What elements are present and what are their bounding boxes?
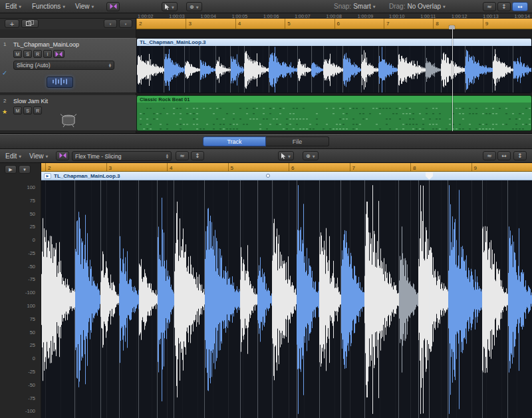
tab-track[interactable]: Track (203, 136, 266, 146)
pointer-tool-selector[interactable]: ▼ (278, 151, 294, 160)
track-r-button[interactable]: R (33, 50, 42, 58)
flex-view-button[interactable]: ↔ (512, 2, 528, 11)
ruler-row: + ▾ ▾ 23456789 (0, 19, 532, 29)
add-track-button[interactable]: + (5, 19, 19, 28)
ruler-bar-3[interactable]: 3 (106, 163, 168, 171)
chevron-down-icon: ▼ (63, 4, 65, 9)
track-flex-button[interactable] (53, 50, 65, 58)
vertical-zoom-icon: ↕ (517, 152, 523, 159)
ruler-bar-9[interactable]: 9 (483, 19, 532, 29)
audio-region-title[interactable]: TL_Chapman_MainLoop.3 (137, 39, 531, 46)
editor-bar-ruler[interactable]: 23456789 (41, 163, 532, 172)
ruler-bar-6[interactable]: 6 (289, 163, 350, 171)
command-tool-icon: ⊕ (306, 153, 311, 159)
track-selected-check-icon[interactable]: ✓ (2, 69, 7, 77)
bar-number: 4 (238, 21, 241, 27)
chevron-down-icon: ▼ (373, 4, 376, 9)
vertical-zoom-button[interactable]: ↕ (497, 2, 511, 11)
ruler-bar-6[interactable]: 6 (334, 19, 384, 29)
flex-waveform-button[interactable] (47, 77, 73, 88)
drag-selector[interactable]: Drag: No Overlap ▼ (389, 0, 446, 13)
editor-menu-button[interactable]: ▾ (19, 165, 31, 174)
ruler-bar-8[interactable]: 8 (410, 163, 471, 171)
track-star-icon[interactable]: ★ (2, 108, 7, 115)
time-label: 1:00:14 (514, 14, 529, 19)
waveform-display[interactable] (41, 180, 532, 418)
edit-menu[interactable]: Edit ▼ (5, 149, 21, 162)
flex-toggle-button[interactable]: ≈ (176, 151, 189, 160)
flex-button[interactable] (106, 2, 120, 11)
bar-ruler[interactable]: 23456789 (136, 19, 532, 29)
snap-selector[interactable]: Snap: Smart ▼ (334, 0, 376, 13)
ruler-bar-3[interactable]: 3 (186, 19, 235, 29)
edit-menu[interactable]: Edit ▼ (5, 0, 21, 13)
track-s-button[interactable]: S (23, 50, 32, 58)
command-tool-selector[interactable]: ⊕ ▼ (186, 2, 202, 11)
midi-region-title[interactable]: Classic Rock Beat 01 (137, 96, 531, 103)
track-header-2[interactable]: 2 ★ Slow Jam Kit MSR (0, 95, 136, 131)
midi-region[interactable]: Classic Rock Beat 01 (136, 95, 532, 131)
flex-mode-value: Slicing (Auto) (17, 62, 51, 69)
time-ruler[interactable]: 1:00:021:00:031:00:041:00:051:00:061:00:… (0, 13, 532, 19)
track-zoom-option-button[interactable]: ▾ (119, 19, 132, 28)
ruler-bar-2[interactable]: 2 (45, 163, 106, 171)
editor-waveform[interactable] (41, 180, 532, 418)
waveform-zoom-button[interactable]: ≈ (483, 2, 496, 11)
scale-label: 100 (27, 304, 39, 309)
editor-tabs: Track File (203, 136, 329, 146)
ruler-bar-8[interactable]: 8 (433, 19, 482, 29)
view-menu[interactable]: View ▼ (75, 0, 94, 13)
region-titlebar[interactable]: ▶ TL_Chapman_MainLoop.3 (41, 172, 532, 180)
ruler-bar-2[interactable]: 2 (136, 19, 186, 29)
track-header-1[interactable]: 1 ✓ TL_Chapman_MainLoop MSRI Slicing (Au… (0, 38, 136, 93)
flex-marker-circle-icon[interactable] (266, 174, 270, 178)
flex-mode-dropdown[interactable]: Slicing (Auto) ▲ ▼ (13, 61, 114, 70)
duplicate-track-button[interactable] (21, 19, 39, 28)
horizontal-zoom-button[interactable]: ↔ (497, 151, 511, 160)
command-tool-selector[interactable]: ⊕ ▼ (303, 151, 319, 160)
bar-number: 2 (48, 165, 51, 171)
flex-marker-handle[interactable] (426, 172, 433, 180)
editor-playhead[interactable] (429, 180, 430, 418)
pointer-tool-icon (281, 150, 286, 162)
track-controls-bar: + ▾ ▾ (0, 19, 136, 29)
track-r-button[interactable]: R (33, 106, 42, 114)
ruler-bar-4[interactable]: 4 (167, 163, 228, 171)
edit-menu-label: Edit (5, 152, 17, 160)
plus-icon: + (9, 21, 15, 27)
bar-ruler-wrap: 23456789 (136, 19, 532, 29)
midi-region-notes[interactable] (137, 103, 532, 131)
ruler-bar-5[interactable]: 5 (228, 163, 289, 171)
track-m-button[interactable]: M (13, 106, 22, 114)
region-play-button[interactable]: ▶ (44, 173, 51, 179)
playhead[interactable] (452, 29, 453, 131)
ruler-bar-9[interactable]: 9 (471, 163, 532, 171)
lanes-row: 1 ✓ TL_Chapman_MainLoop MSRI Slicing (Au… (0, 29, 532, 133)
track-header-option-button[interactable]: ▾ (104, 19, 117, 28)
audio-region[interactable]: TL_Chapman_MainLoop.3 (136, 38, 532, 93)
track-s-button[interactable]: S (23, 106, 32, 114)
functions-menu[interactable]: Functions ▼ (32, 0, 65, 13)
nudge-button[interactable]: ↕ (191, 151, 204, 160)
waveform-zoom-button[interactable]: ≈ (483, 151, 496, 160)
track-name[interactable]: TL_Chapman_MainLoop (13, 41, 79, 48)
region-title: TL_Chapman_MainLoop.3 (54, 173, 120, 179)
ruler-bar-5[interactable]: 5 (285, 19, 334, 29)
track-name[interactable]: Slow Jam Kit (13, 98, 48, 104)
flex-mode-dropdown[interactable]: Flex Time - Slicing ▲ ▼ (72, 151, 172, 161)
vertical-zoom-button[interactable]: ↕ (513, 151, 527, 160)
catch-playhead-button[interactable]: ▶ (5, 165, 17, 174)
audio-region-waveform[interactable] (137, 46, 532, 93)
pointer-tool-selector[interactable]: ▼ (162, 2, 178, 11)
ruler-bar-7[interactable]: 7 (384, 19, 433, 29)
tab-file[interactable]: File (266, 136, 329, 146)
chevron-down-icon: ▼ (19, 4, 21, 9)
flex-button[interactable] (56, 151, 69, 160)
track-i-button[interactable]: I (43, 50, 52, 58)
ruler-bar-7[interactable]: 7 (350, 163, 411, 171)
vertical-zoom-icon: ↕ (501, 3, 507, 10)
time-label: 1:00:03 (169, 14, 184, 19)
ruler-bar-4[interactable]: 4 (235, 19, 285, 29)
view-menu[interactable]: View ▼ (29, 149, 48, 162)
track-m-button[interactable]: M (13, 50, 22, 58)
